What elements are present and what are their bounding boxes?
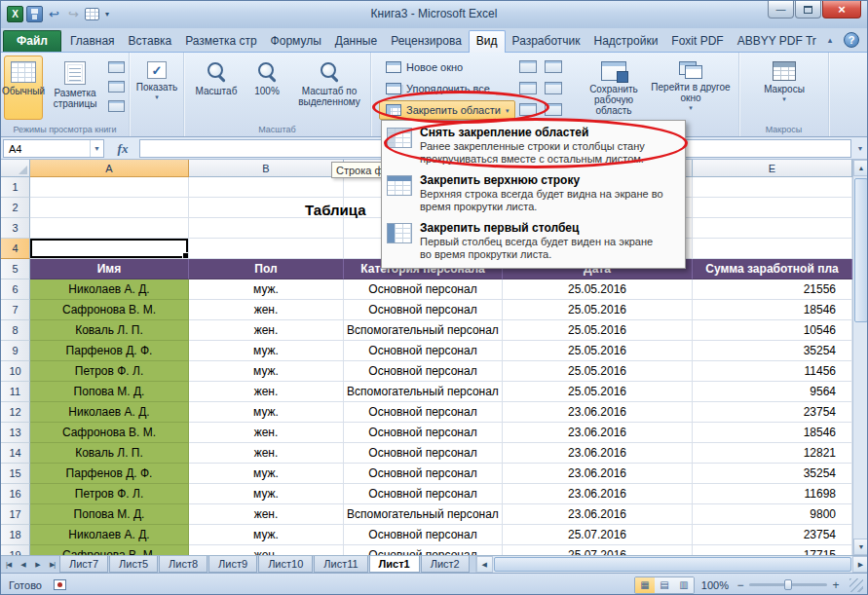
cell[interactable]: 23.06.2016 <box>503 423 693 443</box>
zoom-to-selection-button[interactable]: Масштаб по выделенному <box>293 56 365 120</box>
cell[interactable]: муж. <box>189 525 344 545</box>
cell[interactable]: муж. <box>189 464 344 484</box>
cell[interactable]: муж. <box>189 279 344 300</box>
save-workspace-button[interactable]: Сохранить рабочую область <box>582 56 646 124</box>
menu-item-2[interactable]: Закрепить верхнюю строкуВерхняя строка в… <box>383 170 684 218</box>
table-header-cell[interactable]: Пол <box>189 259 344 279</box>
page-layout-button[interactable]: Разметка страницы <box>45 56 105 120</box>
cell[interactable]: жен. <box>189 423 344 443</box>
sheet-tab-Лист11[interactable]: Лист11 <box>314 556 367 573</box>
cell[interactable]: 25.05.2016 <box>503 361 693 382</box>
cell[interactable]: 25.07.2016 <box>503 545 693 555</box>
cell[interactable]: 9800 <box>693 504 852 525</box>
cell[interactable]: 18546 <box>693 423 852 443</box>
row-header-5[interactable]: 5 <box>1 259 30 279</box>
row-header-9[interactable]: 9 <box>1 341 30 361</box>
cell[interactable]: Вспомогательный персонал <box>344 382 503 402</box>
cell[interactable]: муж. <box>189 484 344 504</box>
cell[interactable] <box>189 218 344 239</box>
page-break-shortcut-icon[interactable]: ▥ <box>674 577 694 593</box>
page-break-preview-icon[interactable] <box>108 61 125 73</box>
scroll-right-icon[interactable]: ▶ <box>852 556 868 573</box>
cell[interactable]: 25.05.2016 <box>503 382 693 402</box>
menu-item-3[interactable]: Закрепить первый столбецПервый столбец в… <box>383 218 684 266</box>
cell[interactable]: Коваль Л. П. <box>30 443 189 464</box>
full-screen-icon[interactable] <box>108 100 125 112</box>
row-header-14[interactable]: 14 <box>1 443 30 464</box>
cell[interactable] <box>30 198 189 218</box>
cell[interactable]: 23.06.2016 <box>503 443 693 464</box>
cell[interactable]: 23.06.2016 <box>503 484 693 504</box>
sheet-tab-Лист7[interactable]: Лист7 <box>59 556 108 573</box>
ribbon-tab-Файл[interactable]: Файл <box>3 30 61 52</box>
cell[interactable]: 9564 <box>693 382 852 402</box>
ribbon-tab-Рецензирова[interactable]: Рецензирова <box>384 31 469 52</box>
cell[interactable]: муж. <box>189 402 344 423</box>
row-header-13[interactable]: 13 <box>1 423 30 443</box>
zoom-out-button[interactable]: − <box>736 578 745 592</box>
cell[interactable]: Основной персонал <box>344 545 503 555</box>
row-header-1[interactable]: 1 <box>1 177 30 198</box>
cell[interactable]: Вспомогательный персонал <box>344 320 503 341</box>
zoom-100-button[interactable]: 100% <box>245 56 289 120</box>
ribbon-tab-Вид[interactable]: Вид <box>469 30 506 53</box>
zoom-slider-thumb[interactable] <box>784 579 792 590</box>
row-header-19[interactable]: 19 <box>1 545 30 555</box>
cell[interactable]: жен. <box>189 320 344 341</box>
sheet-tab-Лист8[interactable]: Лист8 <box>159 556 208 573</box>
row-header-4[interactable]: 4 <box>1 239 30 259</box>
zoom-button[interactable]: Масштаб <box>192 56 241 120</box>
cell[interactable] <box>189 239 344 259</box>
ribbon-tab-Главная[interactable]: Главная <box>63 31 122 52</box>
cell[interactable]: 25.05.2016 <box>503 341 693 361</box>
ribbon-tab-ABBYY PDF Tr[interactable]: ABBYY PDF Tr <box>731 31 823 52</box>
cell[interactable]: Сафронова В. М. <box>30 423 189 443</box>
view-side-by-side-icon[interactable] <box>545 60 562 73</box>
cell[interactable]: жен. <box>189 443 344 464</box>
name-box-dropdown-icon[interactable]: ▼ <box>90 140 103 157</box>
ribbon-tab-Разработчик[interactable]: Разработчик <box>506 31 587 52</box>
cell[interactable]: 25.05.2016 <box>503 279 693 300</box>
split-icon[interactable] <box>519 60 537 73</box>
prev-sheet-button[interactable]: ◀ <box>16 556 30 573</box>
row-header-12[interactable]: 12 <box>1 402 30 423</box>
horizontal-scrollbar[interactable]: ◀ ▶ <box>475 556 868 573</box>
cell[interactable]: Сафронова В. М. <box>30 545 189 555</box>
cell[interactable] <box>693 198 852 218</box>
row-header-8[interactable]: 8 <box>1 320 30 341</box>
ribbon-tab-Формулы[interactable]: Формулы <box>264 31 328 52</box>
cell[interactable]: Николаев А. Д. <box>30 402 189 423</box>
cell[interactable]: 18546 <box>693 300 852 320</box>
redo-icon[interactable]: ↪ <box>65 6 82 22</box>
zoom-slider-track[interactable] <box>749 583 827 586</box>
maximize-button[interactable] <box>795 1 821 19</box>
row-header-17[interactable]: 17 <box>1 504 30 525</box>
sheet-tab-Лист10[interactable]: Лист10 <box>258 556 313 573</box>
sheet-tab-Лист1[interactable]: Лист1 <box>369 556 420 573</box>
scroll-up-icon[interactable]: ▲ <box>853 160 868 176</box>
ribbon-tab-Вставка[interactable]: Вставка <box>122 31 179 52</box>
cell[interactable]: жен. <box>189 504 344 525</box>
table-header-cell[interactable]: Имя <box>30 259 189 279</box>
ribbon-tab-Foxit PDF[interactable]: Foxit PDF <box>664 31 730 52</box>
row-header-7[interactable]: 7 <box>1 300 30 320</box>
zoom-level[interactable]: 100% <box>701 579 729 591</box>
cell[interactable]: 21556 <box>693 279 852 300</box>
cell[interactable]: 25.05.2016 <box>503 300 693 320</box>
row-header-2[interactable]: 2 <box>1 198 30 218</box>
cell[interactable]: Сафронова В. М. <box>30 300 189 320</box>
cell[interactable]: муж. <box>189 341 344 361</box>
cell[interactable]: 17715 <box>693 545 852 555</box>
cell[interactable] <box>30 218 189 239</box>
insert-function-button[interactable]: fx <box>108 139 137 158</box>
save-icon[interactable] <box>26 6 43 22</box>
minimize-button[interactable]: — <box>768 1 794 19</box>
cell[interactable]: 23754 <box>693 402 852 423</box>
page-layout-shortcut-icon[interactable]: ▤ <box>655 577 674 593</box>
cell[interactable]: Николаев А. Д. <box>30 279 189 300</box>
cell[interactable]: Коваль Л. П. <box>30 320 189 341</box>
cell[interactable]: Попова М. Д. <box>30 382 189 402</box>
cell[interactable]: Основной персонал <box>344 443 503 464</box>
cell[interactable]: 35254 <box>693 464 852 484</box>
vertical-scrollbar[interactable]: ▲ ▼ <box>852 160 868 555</box>
